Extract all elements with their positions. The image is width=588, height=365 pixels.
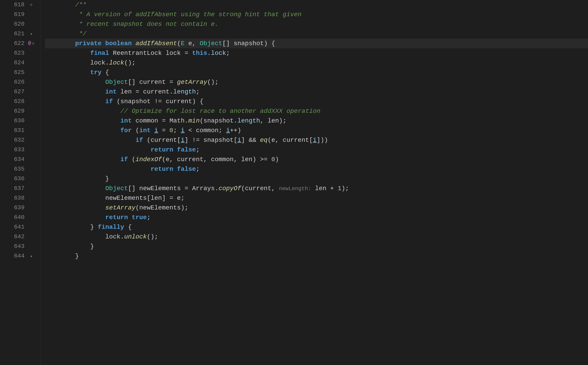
line-634-gutter: 634 <box>0 155 40 164</box>
code-635-text: return false; <box>45 164 200 174</box>
line-627-gutter: 627 <box>0 87 40 97</box>
breakpoint-icon-618[interactable]: ◇ <box>30 2 33 8</box>
code-line-643: } <box>45 242 588 251</box>
code-631-text: for (int i = 0; i < common; i++) <box>45 126 241 135</box>
line-number-643: 643 <box>11 242 25 251</box>
line-632-gutter: 632 <box>0 135 40 145</box>
line-618-gutter: 618 ◇ <box>0 0 40 10</box>
code-618-text: /** <box>45 0 87 10</box>
line-number-642: 642 <box>11 232 25 241</box>
line-635-gutter: 635 <box>0 164 40 174</box>
breakpoint-icon-622[interactable]: ◇ <box>32 41 34 47</box>
line-number-623: 623 <box>11 49 25 57</box>
code-line-642: lock.unlock(); <box>45 232 588 242</box>
code-626-text: Object[] current = getArray(); <box>45 77 219 87</box>
code-line-628: if (snapshot != current) { <box>45 97 588 106</box>
line-630-gutter: 630 <box>0 116 40 126</box>
code-line-636: } <box>45 174 588 184</box>
code-622-text: private boolean addIfAbsent(E e, Object[… <box>45 39 275 48</box>
code-619-text: * A version of addIfAbsent using the str… <box>45 10 302 19</box>
line-626-gutter: 626 <box>0 77 40 87</box>
code-627-text: int len = current.length; <box>45 87 200 97</box>
line-number-633: 633 <box>11 145 25 154</box>
line-638-gutter: 638 <box>0 193 40 203</box>
code-634-text: if (indexOf(e, current, common, len) >= … <box>45 155 279 164</box>
bookmark-icon-621[interactable]: ⬥ <box>30 31 33 37</box>
line-641-gutter: 641 <box>0 222 40 232</box>
code-line-621: */ <box>45 29 588 39</box>
code-line-629: // Optimize for lost race to another add… <box>45 106 588 116</box>
line-621-markers: ⬥ <box>25 31 38 37</box>
code-628-text: if (snapshot != current) { <box>45 97 204 106</box>
line-number-640: 640 <box>11 213 25 222</box>
code-line-632: if (current[i] != snapshot[i] && eq(e, c… <box>45 135 588 145</box>
line-618-markers: ◇ <box>25 2 38 8</box>
line-number-618: 618 <box>11 0 25 9</box>
annotation-icon-622: @ <box>28 40 31 47</box>
line-619-gutter: 619 <box>0 10 40 19</box>
line-644-gutter: 644 ⬥ <box>0 251 40 261</box>
code-621-text: */ <box>45 29 87 39</box>
line-number-622: 622 <box>11 39 25 48</box>
line-number-620: 620 <box>11 20 25 28</box>
code-line-618: /** <box>45 0 588 10</box>
code-line-625: try { <box>45 68 588 77</box>
line-624-gutter: 624 <box>0 58 40 68</box>
line-622-gutter: 622 @ ◇ <box>0 39 40 48</box>
code-line-633: return false; <box>45 145 588 155</box>
code-632-text: if (current[i] != snapshot[i] && eq(e, c… <box>45 135 328 145</box>
code-636-text: } <box>45 174 109 184</box>
line-636-gutter: 636 <box>0 174 40 184</box>
line-625-gutter: 625 <box>0 68 40 77</box>
line-629-gutter: 629 <box>0 106 40 116</box>
line-639-gutter: 639 <box>0 203 40 213</box>
code-line-620: * recent snapshot does not contain e. <box>45 19 588 29</box>
code-line-624: lock.lock(); <box>45 58 588 68</box>
line-number-632: 632 <box>11 135 25 145</box>
code-line-638: newElements[len] = e; <box>45 193 588 203</box>
code-630-text: int common = Math.min(snapshot.length, l… <box>45 116 286 126</box>
code-633-text: return false; <box>45 145 200 155</box>
line-number-621: 621 <box>11 29 25 38</box>
code-620-text: * recent snapshot does not contain e. <box>45 19 219 29</box>
line-number-641: 641 <box>11 223 25 232</box>
code-line-631: for (int i = 0; i < common; i++) <box>45 126 588 135</box>
code-line-626: Object[] current = getArray(); <box>45 77 588 87</box>
code-line-637: Object[] newElements = Arrays.copyOf(cur… <box>45 184 588 193</box>
line-number-638: 638 <box>11 194 25 203</box>
line-number-619: 619 <box>11 10 25 19</box>
code-line-641: } finally { <box>45 222 588 232</box>
line-number-628: 628 <box>11 97 25 106</box>
line-number-624: 624 <box>11 58 25 67</box>
line-633-gutter: 633 <box>0 145 40 155</box>
code-editor: 618 ◇ 619 620 621 ⬥ 622 @ ◇ <box>0 0 588 365</box>
code-line-619: * A version of addIfAbsent using the str… <box>45 10 588 19</box>
line-637-gutter: 637 <box>0 184 40 193</box>
code-638-text: newElements[len] = e; <box>45 193 185 203</box>
code-line-623: final ReentrantLock lock = this.lock; <box>45 48 588 58</box>
line-number-635: 635 <box>11 165 25 174</box>
code-line-635: return false; <box>45 164 588 174</box>
line-number-626: 626 <box>11 77 25 86</box>
code-623-text: final ReentrantLock lock = this.lock; <box>45 48 230 58</box>
line-642-gutter: 642 <box>0 232 40 242</box>
line-640-gutter: 640 <box>0 213 40 222</box>
code-641-text: } finally { <box>45 222 132 232</box>
code-line-640: return true; <box>45 213 588 222</box>
line-number-637: 637 <box>11 184 25 193</box>
line-622-markers: @ ◇ <box>25 40 38 47</box>
line-643-gutter: 643 <box>0 242 40 251</box>
code-content: /** * A version of addIfAbsent using the… <box>41 0 588 365</box>
line-621-gutter: 621 ⬥ <box>0 29 40 39</box>
code-625-text: try { <box>45 68 109 77</box>
bookmark-icon-644[interactable]: ⬥ <box>30 253 33 259</box>
line-number-634: 634 <box>11 155 25 164</box>
code-643-text: } <box>45 242 94 251</box>
code-642-text: lock.unlock(); <box>45 232 158 242</box>
line-628-gutter: 628 <box>0 97 40 106</box>
line-number-639: 639 <box>11 203 25 212</box>
line-number-630: 630 <box>11 116 25 125</box>
line-number-636: 636 <box>11 174 25 183</box>
code-line-622: private boolean addIfAbsent(E e, Object[… <box>45 39 588 48</box>
line-number-627: 627 <box>11 87 25 96</box>
